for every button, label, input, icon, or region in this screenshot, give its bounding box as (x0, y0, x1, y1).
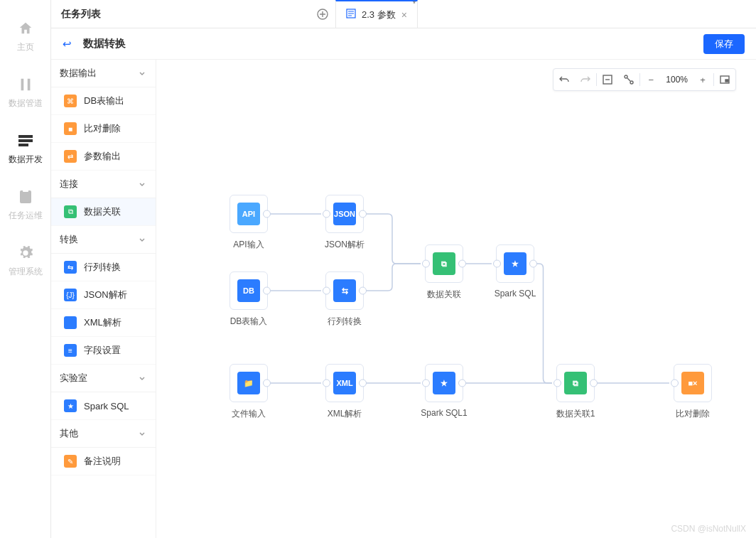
node-label: 数据关联 (427, 289, 461, 301)
svg-rect-0 (21, 79, 23, 91)
nav-home[interactable]: 主页 (17, 20, 34, 53)
page-title: 数据转换 (83, 37, 126, 50)
node-icon: XML (333, 372, 356, 394)
component-sidebar: 数据输出⌘DB表输出■比对删除⇄参数输出连接⧉数据关联转换⇆行列转换{J}JSO… (51, 60, 156, 538)
nav-label: 数据管道 (9, 97, 43, 109)
undo-icon[interactable] (554, 69, 575, 90)
component-label: DB表输出 (84, 95, 124, 107)
save-button[interactable]: 保存 (703, 34, 745, 54)
sidebar-group-header[interactable]: 转换 (51, 226, 156, 254)
tab-label: 2.3 参数 (362, 9, 396, 21)
flow-node[interactable]: ★Spark SQL (494, 244, 536, 298)
node-icon: API (237, 203, 260, 225)
component-icon: {J} (64, 289, 77, 301)
nav-label: 任务运维 (9, 210, 43, 222)
component-icon: ★ (64, 399, 77, 412)
fit-icon[interactable] (597, 69, 618, 90)
zoom-out-icon[interactable]: − (640, 69, 662, 90)
node-label: JSON解析 (325, 239, 364, 251)
node-box[interactable]: ★ (496, 244, 534, 283)
sidebar-group-header[interactable]: 数据输出 (51, 60, 156, 87)
add-task-icon[interactable] (317, 9, 328, 20)
node-box[interactable]: JSON (325, 195, 364, 233)
svg-rect-6 (23, 189, 28, 192)
sidebar-item[interactable]: ⌘DB表输出 (51, 87, 156, 115)
nav-ops[interactable]: 任务运维 (9, 188, 43, 222)
flow-canvas[interactable]: APIAPI输入JSONJSON解析DBDB表输入⇆行列转换⧉数据关联★Spar… (156, 60, 756, 538)
component-label: 参数输出 (84, 150, 121, 163)
component-label: 比对删除 (84, 122, 121, 135)
tab-params[interactable]: 2.3 参数 × * (335, 0, 418, 28)
node-box[interactable]: 📁 (230, 364, 268, 402)
sidebar-item[interactable]: XML解析 (51, 309, 156, 337)
node-box[interactable]: XML (325, 364, 364, 402)
sidebar-item[interactable]: ✎备注说明 (51, 448, 156, 475)
sidebar-item[interactable]: ⇄参数输出 (51, 143, 156, 171)
node-icon: ■× (681, 372, 704, 394)
component-icon: ⇄ (64, 150, 77, 163)
svg-rect-2 (18, 135, 33, 138)
node-label: Spark SQL1 (421, 408, 467, 418)
clipboard-icon (17, 188, 34, 205)
sidebar-group-header[interactable]: 连接 (51, 171, 156, 198)
component-icon: ⧉ (64, 205, 77, 218)
node-box[interactable]: API (230, 195, 268, 233)
node-box[interactable]: ⇆ (325, 271, 364, 310)
nav-system[interactable]: 管理系统 (9, 244, 43, 278)
component-icon: ■ (64, 122, 77, 135)
nav-pipeline[interactable]: 数据管道 (9, 76, 43, 109)
svg-rect-1 (27, 79, 30, 91)
zoom-in-icon[interactable]: + (692, 69, 713, 90)
sidebar-group-header[interactable]: 实验室 (51, 365, 156, 392)
node-box[interactable]: ⧉ (425, 244, 463, 283)
node-icon: ★ (433, 372, 455, 394)
sidebar-item[interactable]: ⇆行列转换 (51, 254, 156, 281)
flow-node[interactable]: ⇆行列转换 (323, 271, 366, 328)
component-label: 行列转换 (84, 261, 121, 274)
pipeline-icon (17, 76, 34, 93)
flow-node[interactable]: ⧉数据关联1 (554, 364, 597, 420)
component-icon (64, 316, 77, 329)
sidebar-item[interactable]: {J}JSON解析 (51, 281, 156, 309)
svg-rect-4 (18, 144, 28, 146)
flow-node[interactable]: ■×比对删除 (671, 364, 714, 420)
flow-node[interactable]: ★Spark SQL1 (423, 364, 465, 418)
node-box[interactable]: ■× (674, 364, 712, 402)
group-title: 其他 (60, 427, 78, 440)
chevron-down-icon (139, 373, 146, 384)
chevron-down-icon (139, 68, 146, 79)
node-label: Spark SQL (495, 289, 536, 298)
component-label: XML解析 (84, 316, 122, 329)
node-label: XML解析 (328, 408, 362, 420)
sidebar-item[interactable]: ≡字段设置 (51, 337, 156, 365)
minimap-icon[interactable] (714, 69, 735, 90)
component-icon: ✎ (64, 455, 77, 468)
component-icon: ⌘ (64, 95, 77, 107)
group-title: 实验室 (60, 372, 87, 384)
sidebar-group-header[interactable]: 其他 (51, 420, 156, 448)
close-icon[interactable]: × (401, 9, 407, 21)
flow-node[interactable]: DBDB表输入 (227, 271, 270, 328)
flow-node[interactable]: ⧉数据关联 (423, 244, 465, 301)
sidebar-item[interactable]: ⧉数据关联 (51, 198, 156, 226)
back-arrow-icon[interactable]: ↩ (63, 38, 72, 50)
flow-node[interactable]: APIAPI输入 (227, 195, 270, 251)
node-box[interactable]: DB (230, 271, 268, 310)
node-icon: DB (237, 279, 260, 302)
sidebar-item[interactable]: ★Spark SQL (51, 392, 156, 420)
node-icon: ★ (504, 252, 526, 275)
flow-node[interactable]: 📁文件输入 (227, 364, 270, 420)
node-icon: 📁 (237, 372, 260, 394)
flow-node[interactable]: JSONJSON解析 (323, 195, 366, 251)
flow-node[interactable]: XMLXML解析 (323, 364, 366, 420)
component-icon: ≡ (64, 344, 77, 357)
redo-icon[interactable] (575, 69, 596, 90)
svg-rect-13 (725, 80, 728, 82)
chevron-down-icon (139, 429, 146, 439)
layout-icon[interactable] (618, 69, 639, 90)
sidebar-item[interactable]: ■比对删除 (51, 115, 156, 143)
node-box[interactable]: ⧉ (556, 364, 595, 402)
nav-develop[interactable]: 数据开发 (9, 132, 43, 166)
node-label: 文件输入 (232, 408, 266, 420)
node-box[interactable]: ★ (425, 364, 463, 402)
